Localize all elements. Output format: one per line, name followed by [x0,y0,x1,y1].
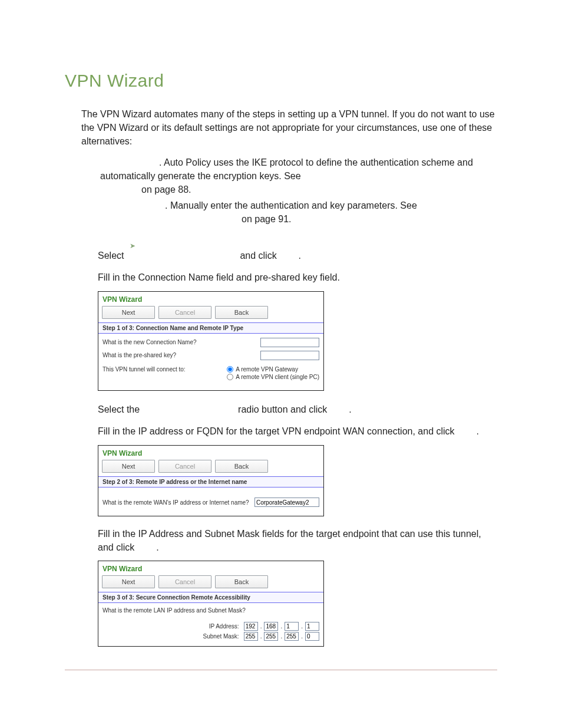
intro-paragraph: The VPN Wizard automates many of the ste… [81,107,497,149]
cancel-button-2[interactable]: Cancel [158,460,211,473]
step1-header: Step 1 of 3: Connection Name and Remote … [98,322,323,334]
cancel-button-3[interactable]: Cancel [158,575,211,588]
wizard-title: VPN Wizard [98,292,323,306]
wizard-step2-box: VPN Wizard Next Cancel Back Step 2 of 3:… [98,445,324,516]
step-fill-ip: Fill in the IP address or FQDN for the t… [98,423,497,439]
mask-o2[interactable] [264,632,278,641]
subnet-row: Subnet Mask: . . . [103,632,319,641]
mask-label: Subnet Mask: [203,633,239,640]
alt-manual-line2: on page 91. [242,212,497,226]
back-button-3[interactable]: Back [215,575,268,588]
radio-gateway-input[interactable] [227,366,233,373]
back-button[interactable]: Back [215,306,268,319]
q-connect-to: This VPN tunnel will connect to: [103,366,222,373]
step-fill-lan: Fill in the IP Address and Subnet Mask f… [98,527,497,554]
wizard-step3-box: VPN Wizard Next Cancel Back Step 3 of 3:… [98,561,324,647]
remote-wan-input[interactable] [254,498,319,507]
mask-o4[interactable] [305,632,319,641]
mask-o1[interactable] [244,632,258,641]
wizard-title-3: VPN Wizard [98,561,323,575]
q-conn-name: What is the new Connection Name? [103,339,260,345]
wizard-step1-box: VPN Wizard Next Cancel Back Step 1 of 3:… [98,291,324,391]
alt-auto-line3: on page 88. [141,183,497,196]
mask-o3[interactable] [285,632,299,641]
ip-o3[interactable] [285,622,299,631]
step-select-line: Select and click . [98,248,497,263]
alt-auto-line2: automatically generate the encryption ke… [100,169,497,183]
ip-address-row: IP Address: . . . [103,622,319,631]
ip-label: IP Address: [209,623,239,630]
radio-gateway[interactable]: A remote VPN Gateway [227,366,319,373]
footer-rule [65,670,497,670]
next-button[interactable]: Next [102,306,155,319]
step-select-radio: Select the radio button and click . [98,401,497,417]
ip-o1[interactable] [244,622,258,631]
q-remote-lan: What is the remote LAN IP address and Su… [103,607,319,614]
next-button-2[interactable]: Next [102,460,155,473]
cancel-button[interactable]: Cancel [158,306,211,319]
psk-input[interactable] [260,351,319,360]
alt-manual-line1: . Manually enter the authentication and … [100,199,497,212]
radio-client[interactable]: A remote VPN client (single PC) [227,374,319,380]
wizard-title-2: VPN Wizard [98,446,323,460]
page-title: VPN Wizard [65,71,497,91]
next-button-3[interactable]: Next [102,575,155,588]
ip-o2[interactable] [264,622,278,631]
radio-client-input[interactable] [227,374,233,380]
ip-o4[interactable] [305,622,319,631]
back-button-2[interactable]: Back [215,460,268,473]
q-psk: What is the pre-shared key? [103,352,260,358]
step3-header: Step 3 of 3: Secure Connection Remote Ac… [98,592,323,603]
alt-auto-line1: . Auto Policy uses the IKE protocol to d… [100,156,497,169]
q-remote-wan: What is the remote WAN's IP address or I… [103,499,254,506]
step2-header: Step 2 of 3: Remote IP address or the In… [98,476,323,487]
arrow-icon: ➤ [130,242,135,250]
step-fill-conn: Fill in the Connection Name field and pr… [98,269,497,285]
conn-name-input[interactable] [260,338,319,347]
